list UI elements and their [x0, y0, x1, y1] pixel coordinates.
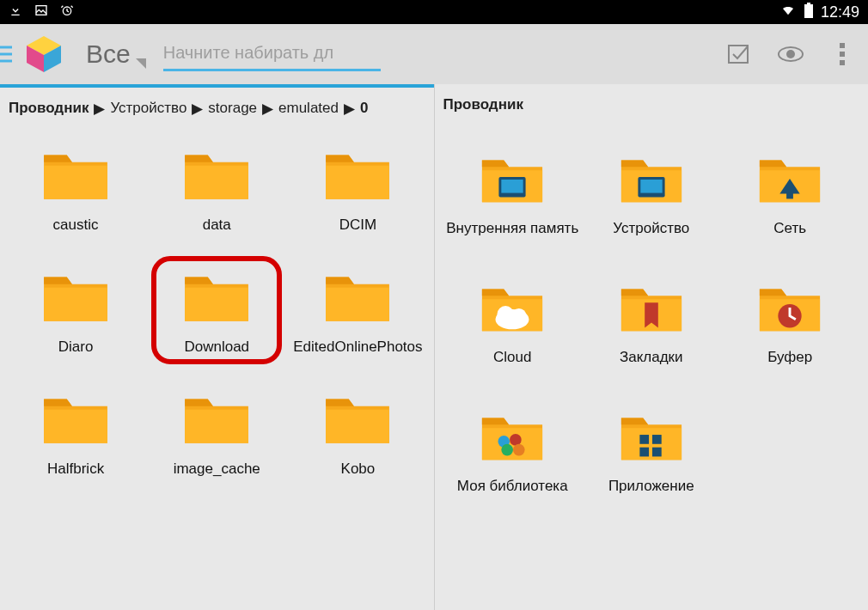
- download-icon: [9, 3, 22, 21]
- apps-icon: [618, 409, 685, 464]
- location-label: Моя библиотека: [457, 478, 568, 495]
- location-label: Cloud: [493, 349, 531, 366]
- svg-rect-50: [652, 448, 662, 457]
- svg-point-37: [511, 308, 527, 324]
- svg-rect-31: [640, 180, 662, 193]
- left-pane: Проводник▶ Устройство▶ storage▶ emulated…: [0, 84, 434, 610]
- folder-icon: [181, 268, 252, 325]
- app-logo-icon: [14, 24, 74, 84]
- location-item[interactable]: Устройство: [582, 151, 721, 237]
- battery-icon: [804, 3, 814, 21]
- folder-icon: [40, 146, 111, 203]
- breadcrumb[interactable]: Проводник▶ Устройство▶ storage▶ emulated…: [0, 88, 434, 129]
- status-bar: 12:49: [0, 0, 868, 24]
- folder-item[interactable]: data: [146, 146, 287, 234]
- search-input[interactable]: [163, 37, 381, 71]
- folder-item[interactable]: EditedOnlinePhotos: [287, 268, 428, 356]
- location-item[interactable]: Приложение: [582, 409, 721, 495]
- folder-item[interactable]: Diaro: [5, 268, 146, 356]
- internal-icon: [479, 151, 546, 206]
- menu-button[interactable]: [0, 24, 14, 84]
- folder-label: EditedOnlinePhotos: [293, 339, 422, 356]
- bc-segment: storage: [208, 100, 257, 117]
- wifi-icon: [779, 3, 797, 21]
- location-label: Буфер: [767, 349, 812, 366]
- location-label: Устройство: [613, 220, 689, 237]
- location-label: Приложение: [608, 478, 694, 495]
- folder-icon: [181, 390, 252, 447]
- location-label: Закладки: [620, 349, 683, 366]
- toolbar: Все: [0, 24, 868, 84]
- location-item[interactable]: Моя библиотека: [443, 409, 583, 495]
- select-icon[interactable]: [713, 28, 765, 80]
- bc-segment: emulated: [278, 100, 339, 117]
- picture-icon: [34, 3, 48, 21]
- folder-item[interactable]: caustic: [5, 146, 146, 234]
- svg-rect-3: [807, 3, 810, 4]
- library-icon: [479, 409, 546, 464]
- svg-point-44: [502, 444, 514, 456]
- svg-rect-18: [185, 166, 248, 199]
- folder-icon: [40, 390, 111, 447]
- alarm-icon: [60, 3, 74, 21]
- svg-rect-25: [327, 410, 390, 443]
- filter-dropdown-label[interactable]: Все: [86, 40, 131, 69]
- folder-icon: [40, 268, 111, 325]
- svg-rect-16: [840, 60, 845, 65]
- svg-rect-23: [44, 410, 107, 443]
- folder-label: Halfbrick: [47, 461, 104, 478]
- folder-icon: [181, 146, 252, 203]
- bookmark-icon: [618, 280, 685, 335]
- network-icon: [756, 151, 823, 206]
- folder-item[interactable]: Download: [146, 268, 287, 356]
- svg-rect-14: [840, 43, 845, 48]
- svg-rect-24: [185, 410, 248, 443]
- location-item[interactable]: Буфер: [721, 280, 860, 366]
- right-pane-title: Проводник: [435, 84, 869, 125]
- svg-rect-49: [639, 448, 649, 457]
- svg-rect-15: [840, 52, 845, 57]
- svg-point-45: [513, 444, 525, 456]
- bc-segment: 0: [360, 100, 368, 117]
- eye-icon[interactable]: [765, 28, 816, 80]
- location-item[interactable]: Cloud: [443, 280, 583, 366]
- folder-label: Diaro: [58, 339, 94, 356]
- location-item[interactable]: Закладки: [582, 280, 721, 366]
- svg-point-13: [786, 50, 795, 58]
- right-pane: Проводник Внутренняя память Устройство С…: [434, 84, 869, 610]
- folder-item[interactable]: Kobo: [287, 390, 428, 478]
- svg-rect-17: [44, 166, 107, 199]
- folder-item[interactable]: Halfbrick: [5, 390, 146, 478]
- folder-item[interactable]: DCIM: [287, 146, 428, 234]
- svg-rect-21: [185, 288, 248, 321]
- svg-rect-47: [639, 435, 649, 444]
- folder-label: Download: [184, 339, 249, 356]
- overflow-menu-icon[interactable]: [816, 28, 868, 80]
- device-icon: [618, 151, 685, 206]
- clock-icon: [756, 280, 823, 335]
- svg-rect-2: [804, 4, 813, 18]
- svg-rect-28: [502, 180, 523, 193]
- folder-icon: [322, 390, 393, 447]
- location-label: Внутренняя память: [446, 220, 578, 237]
- svg-rect-19: [327, 166, 390, 199]
- folder-label: data: [203, 217, 231, 234]
- folder-label: image_cache: [174, 461, 260, 478]
- bc-segment: Проводник: [9, 100, 89, 117]
- svg-point-43: [510, 434, 522, 446]
- dropdown-arrow-icon[interactable]: [136, 58, 146, 69]
- bc-segment: Устройство: [110, 100, 186, 117]
- svg-rect-46: [621, 428, 682, 460]
- folder-icon: [322, 146, 393, 203]
- svg-rect-22: [327, 288, 390, 321]
- svg-rect-33: [786, 192, 793, 199]
- folder-label: DCIM: [339, 217, 376, 234]
- svg-point-36: [498, 306, 515, 323]
- location-item[interactable]: Сеть: [721, 151, 860, 237]
- svg-rect-10: [729, 46, 748, 63]
- cloud-icon: [479, 280, 546, 335]
- folder-item[interactable]: image_cache: [146, 390, 287, 478]
- folder-icon: [322, 268, 393, 325]
- folder-label: Kobo: [341, 461, 376, 478]
- location-item[interactable]: Внутренняя память: [443, 151, 583, 237]
